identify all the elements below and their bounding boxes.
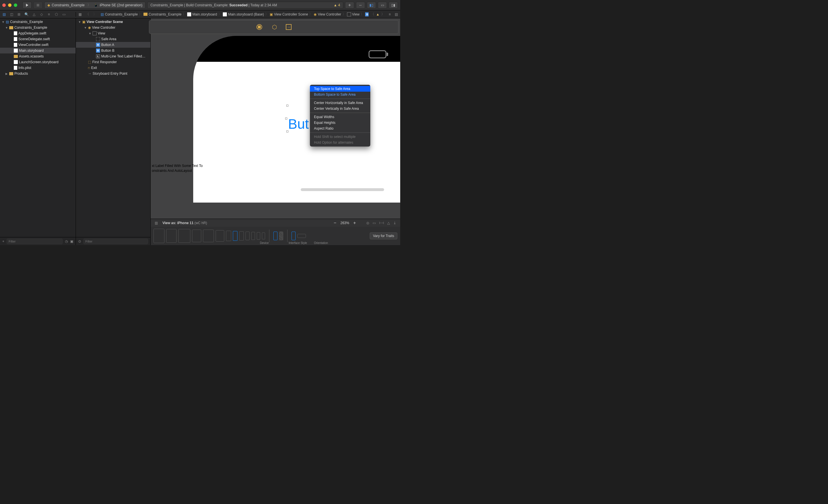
minimize-window-button[interactable]: [8, 3, 11, 7]
outline-button-a[interactable]: B Button A: [76, 42, 150, 48]
find-navigator-icon[interactable]: 🔍: [24, 12, 29, 17]
outline-first-responder[interactable]: ⬚ First Responder: [76, 59, 150, 65]
file-assets[interactable]: Assets.xcassets: [0, 53, 76, 59]
align-icon[interactable]: ▭: [373, 221, 376, 225]
appearance-dark[interactable]: [279, 232, 283, 240]
debug-navigator-icon[interactable]: ≡: [47, 12, 51, 17]
exit-dock-icon[interactable]: →: [286, 24, 292, 30]
disclosure-icon[interactable]: ▶: [5, 72, 8, 75]
device-ipad-pro-11[interactable]: [166, 229, 176, 243]
file-appdelegate[interactable]: AppDelegate.swift: [0, 31, 76, 36]
disclosure-icon[interactable]: ▼: [2, 20, 5, 24]
close-window-button[interactable]: [2, 3, 6, 7]
scheme-selector[interactable]: ◆ Constraints_Example 〉 📱 iPhone SE (2nd…: [44, 2, 146, 9]
outline-button-b[interactable]: B Button B: [76, 48, 150, 53]
embed-stack-icon[interactable]: ⤓: [393, 221, 396, 225]
report-navigator-icon[interactable]: ▭: [61, 12, 66, 17]
right-panel-toggle[interactable]: ▯▮: [389, 2, 398, 9]
appearance-light[interactable]: [274, 232, 278, 240]
source-control-navigator-icon[interactable]: ◫: [9, 12, 14, 17]
menu-center-horizontally[interactable]: Center Horizontally in Safe Area: [310, 100, 370, 106]
project-navigator-icon[interactable]: ▤: [2, 12, 6, 17]
scene-dock[interactable]: ⬡ →: [149, 20, 399, 34]
menu-aspect-ratio[interactable]: Aspect Ratio: [310, 126, 370, 131]
selection-handle[interactable]: [286, 104, 288, 106]
issues-badge[interactable]: ▲ 4: [333, 3, 340, 7]
left-panel-toggle[interactable]: ▮▯: [367, 2, 376, 9]
issue-indicator-icon[interactable]: ▲: [376, 12, 379, 16]
activity-status-bar[interactable]: Constraints_Example | Build Constraints_…: [147, 2, 343, 9]
library-button[interactable]: +: [345, 2, 354, 9]
device-ipad[interactable]: [192, 230, 201, 242]
related-items-icon[interactable]: ▦: [78, 12, 82, 17]
prev-issue-icon[interactable]: 〈: [371, 12, 374, 17]
zoom-in-button[interactable]: +: [353, 220, 356, 226]
disclosure-icon[interactable]: ▼: [5, 26, 8, 29]
menu-bottom-space[interactable]: Bottom Space to Safe Area: [310, 92, 370, 97]
add-button[interactable]: +: [2, 239, 4, 243]
run-button[interactable]: [23, 2, 32, 9]
code-review-button[interactable]: ↔: [356, 2, 365, 9]
issue-navigator-icon[interactable]: △: [32, 12, 36, 17]
project-root[interactable]: ▼ ▤ Constraints_Example: [0, 19, 76, 25]
breakpoint-navigator-icon[interactable]: ⬠: [54, 12, 59, 17]
menu-equal-heights[interactable]: Equal Heights: [310, 120, 370, 126]
test-navigator-icon[interactable]: ◇: [39, 12, 44, 17]
orientation-portrait[interactable]: [292, 232, 296, 240]
device-iphone-11[interactable]: [233, 231, 238, 241]
device-ipad-pro-12[interactable]: [154, 229, 164, 243]
device-iphone-4s[interactable]: [262, 232, 265, 239]
stop-button[interactable]: [33, 2, 43, 9]
orientation-landscape[interactable]: [297, 234, 306, 238]
symbol-navigator-icon[interactable]: ⊞: [17, 12, 21, 17]
device-iphone-max[interactable]: [226, 231, 231, 241]
first-responder-dock-icon[interactable]: ⬡: [271, 24, 278, 31]
zoom-window-button[interactable]: [14, 3, 17, 7]
outline-filter-icon[interactable]: ⊙: [78, 239, 81, 243]
products-group[interactable]: ▶ Products: [0, 71, 76, 77]
selection-handle[interactable]: [285, 118, 287, 120]
adjust-editor-icon[interactable]: ▤: [395, 12, 398, 16]
forward-icon[interactable]: 〉: [92, 12, 97, 17]
disclosure-icon[interactable]: ▼: [89, 32, 91, 35]
outline-safearea[interactable]: Safe Area: [76, 36, 150, 42]
disclosure-icon[interactable]: ▼: [78, 20, 81, 24]
horizontal-scrollbar[interactable]: [301, 188, 384, 191]
button-a-canvas-text[interactable]: But: [288, 116, 309, 132]
device-iphone-plus[interactable]: [239, 231, 244, 240]
outline-filter-input[interactable]: [83, 238, 148, 244]
device-ipad-landscape[interactable]: [178, 229, 190, 243]
device-iphone[interactable]: [246, 232, 250, 240]
disclosure-icon[interactable]: ▼: [84, 26, 87, 29]
outline-toggle-icon[interactable]: ▥: [155, 221, 158, 225]
scm-filter-icon[interactable]: ▣: [70, 239, 73, 243]
bottom-panel-toggle[interactable]: ▭: [378, 2, 387, 9]
outline-entry-point[interactable]: → Storyboard Entry Point: [76, 71, 150, 77]
navigator-filter-input[interactable]: [7, 238, 63, 244]
outline-scene[interactable]: ▼ ▣ View Controller Scene: [76, 19, 150, 25]
project-group[interactable]: ▼ Constraints_Example: [0, 25, 76, 31]
canvas-viewport[interactable]: But xt Label Filled With Some Text To on…: [151, 36, 400, 219]
outline-view[interactable]: ▼ View: [76, 31, 150, 36]
outline-exit[interactable]: ⏍ Exit: [76, 65, 150, 71]
recent-filter-icon[interactable]: ◷: [65, 239, 68, 243]
viewcontroller-dock-icon[interactable]: [256, 24, 263, 31]
embed-in-icon[interactable]: ◎: [366, 221, 369, 225]
jump-bar-breadcrumb[interactable]: ▤Constraints_Example〉 Constraints_Exampl…: [99, 12, 369, 17]
outline-label[interactable]: L Multi-Line Text Label Filled…: [76, 53, 150, 59]
resolve-issues-icon[interactable]: △: [387, 221, 390, 225]
menu-center-vertically[interactable]: Center Vertically in Safe Area: [310, 106, 370, 111]
menu-top-space[interactable]: Top Space to Safe Area: [310, 86, 370, 92]
back-icon[interactable]: 〈: [85, 12, 90, 17]
next-issue-icon[interactable]: 〉: [381, 12, 385, 17]
multiline-label-canvas[interactable]: xt Label Filled With Some Text To onstra…: [151, 164, 400, 173]
device-ipad-mini[interactable]: [216, 230, 224, 242]
zoom-value[interactable]: 263%: [340, 221, 349, 225]
outline-viewcontroller[interactable]: ▼ ◉ View Controller: [76, 25, 150, 31]
file-scenedelegate[interactable]: SceneDelegate.swift: [0, 36, 76, 42]
vary-for-traits-button[interactable]: Vary for Traits: [370, 232, 397, 239]
menu-equal-widths[interactable]: Equal Widths: [310, 114, 370, 120]
device-iphone-se[interactable]: [257, 232, 260, 240]
file-info-plist[interactable]: Info.plist: [0, 65, 76, 71]
file-launchscreen[interactable]: LaunchScreen.storyboard: [0, 59, 76, 65]
